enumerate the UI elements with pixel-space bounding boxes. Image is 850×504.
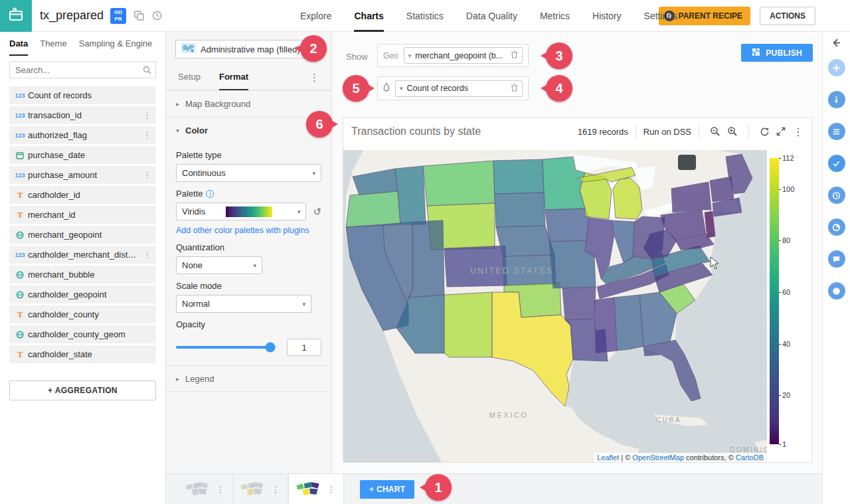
state-OR[interactable] — [346, 191, 400, 227]
reset-palette-icon[interactable]: ↺ — [313, 206, 321, 218]
tab-history[interactable]: History — [592, 0, 622, 32]
choropleth-map[interactable]: UNITED STATESMEXICOCUBADOMINICAN Leaflet… — [343, 150, 767, 462]
tab-charts[interactable]: Charts — [354, 0, 383, 32]
actions-button[interactable]: ACTIONS — [760, 7, 815, 25]
column-menu-icon[interactable]: ⋮ — [141, 170, 153, 180]
column-menu-icon[interactable]: ⋮ — [141, 110, 153, 120]
trash-icon[interactable] — [511, 84, 518, 94]
state-SD[interactable] — [495, 193, 545, 227]
checks-rail-icon[interactable] — [828, 155, 845, 172]
run-on-dss-button[interactable]: Run on DSS — [643, 127, 691, 137]
details-rail-icon[interactable] — [828, 123, 845, 140]
charts-rail-icon[interactable] — [828, 218, 845, 236]
callout-badge-2: 2 — [300, 35, 327, 62]
state-NM[interactable] — [444, 292, 492, 357]
thumbnail-menu-icon[interactable]: ⋮ — [269, 484, 282, 495]
section-map-background[interactable]: ▸ Map Background — [166, 90, 331, 117]
panel-tab-sampling-engine[interactable]: Sampling & Engine — [79, 32, 153, 56]
osm-link[interactable]: OpenStreetMap — [632, 454, 684, 462]
column-item[interactable]: 123Count of records — [9, 86, 156, 104]
plugins-rail-icon[interactable] — [828, 282, 845, 299]
format-tab-setup[interactable]: Setup — [178, 65, 201, 90]
chart-thumbnail-1[interactable]: ⋮ — [178, 474, 233, 504]
info-rail-icon[interactable] — [828, 91, 845, 108]
fullscreen-icon[interactable] — [776, 127, 786, 136]
color-measure-dropdown[interactable]: ▾ Count of records — [395, 80, 523, 97]
state-IA[interactable] — [545, 209, 589, 242]
history-clock-icon[interactable] — [152, 11, 162, 21]
column-item[interactable]: Tcardholder_id — [9, 186, 156, 204]
refresh-icon[interactable] — [760, 127, 770, 137]
column-item[interactable]: Tcardholder_county — [9, 305, 156, 323]
palette-plugins-link[interactable]: Add other color palettes with plugins — [176, 226, 309, 235]
quantization-select[interactable]: None ▾ — [176, 256, 262, 274]
section-legend[interactable]: ▸ Legend — [166, 365, 331, 392]
palette-select[interactable]: Viridis ▾ — [176, 203, 306, 220]
column-item[interactable]: Tmerchant_id — [9, 206, 156, 224]
column-menu-icon[interactable]: ⋮ — [141, 130, 153, 140]
trash-icon[interactable] — [511, 50, 518, 60]
history-rail-icon[interactable] — [828, 187, 845, 204]
chart-menu-icon[interactable]: ⋮ — [793, 126, 804, 138]
column-item[interactable]: merchant_bubble — [9, 266, 156, 284]
state-ND[interactable] — [493, 159, 544, 194]
format-panel-tabs: SetupFormat⋮ — [166, 65, 331, 90]
opacity-slider[interactable] — [176, 346, 276, 349]
map-overlay-control[interactable] — [678, 155, 696, 170]
column-item[interactable]: 123cardholder_merchant_distanc...⋮ — [9, 246, 156, 264]
tab-statistics[interactable]: Statistics — [406, 0, 444, 32]
gdpr-badge[interactable]: GD PR — [110, 8, 126, 24]
aggregation-button[interactable]: + AGGREGATION — [9, 380, 156, 400]
column-item[interactable]: 123authorized_flag⋮ — [9, 126, 156, 144]
opacity-value-input[interactable] — [287, 339, 321, 356]
tab-metrics[interactable]: Metrics — [540, 0, 570, 32]
search-input[interactable] — [9, 61, 156, 78]
chart-card-header: Transaction counts by state 1619 records… — [343, 118, 811, 145]
discussions-rail-icon[interactable] — [828, 250, 845, 268]
state-AR[interactable] — [562, 287, 596, 320]
tab-data-quality[interactable]: Data Quality — [466, 0, 517, 32]
zoom-in-icon[interactable] — [727, 126, 738, 137]
state-UT[interactable] — [408, 220, 444, 297]
tab-explore[interactable]: Explore — [300, 0, 331, 32]
column-menu-icon[interactable]: ⋮ — [141, 250, 153, 260]
panel-tab-theme[interactable]: Theme — [40, 32, 66, 56]
state-ID[interactable] — [395, 166, 426, 224]
carto-link[interactable]: CartoDB — [736, 454, 764, 462]
chart-thumbnail-2[interactable]: ⋮ — [233, 474, 288, 504]
column-item[interactable]: merchant_geopoint — [9, 226, 156, 244]
zoom-out-icon[interactable] — [710, 126, 721, 137]
column-item[interactable]: cardholder_county_geom — [9, 325, 156, 343]
opacity-slider-thumb[interactable] — [265, 343, 275, 353]
column-item[interactable]: purchase_date — [9, 146, 156, 164]
column-item[interactable]: 123purchase_amount⋮ — [9, 166, 156, 184]
thumbnail-menu-icon[interactable]: ⋮ — [325, 484, 338, 495]
add-rail-icon[interactable] — [828, 59, 845, 76]
panel-tab-data[interactable]: Data — [9, 32, 28, 56]
dataset-logo[interactable] — [0, 0, 32, 32]
format-panel-menu-icon[interactable]: ⋮ — [309, 72, 319, 84]
add-chart-button[interactable]: + CHART — [360, 480, 414, 499]
top-bar: tx_prepared GD PR ExploreChartsStatistic… — [0, 0, 850, 32]
legend-tick-label: 60 — [782, 288, 790, 296]
state-NE[interactable] — [496, 226, 554, 256]
chart-thumbnail-3[interactable]: ⋮ — [288, 474, 344, 504]
format-tab-format[interactable]: Format — [219, 65, 248, 90]
numeric-type-icon: 123 — [12, 92, 28, 99]
state-MT[interactable] — [423, 161, 495, 206]
column-item[interactable]: cardholder_geopoint — [9, 286, 156, 303]
thumbnail-menu-icon[interactable]: ⋮ — [214, 484, 227, 495]
state-MS[interactable] — [594, 297, 617, 353]
collapse-panel-arrow-icon[interactable] — [831, 37, 842, 48]
column-item[interactable]: Tcardholder_state — [9, 345, 156, 363]
leaflet-link[interactable]: Leaflet — [597, 454, 619, 462]
columns-icon[interactable] — [134, 11, 144, 21]
geo-column-dropdown[interactable]: ▾ merchant_geopoint (b... — [404, 47, 523, 64]
tab-settings[interactable]: Settings — [644, 0, 678, 32]
scale-mode-select[interactable]: Normal ▾ — [176, 295, 311, 313]
palette-type-select[interactable]: Continuous ▾ — [176, 164, 321, 182]
state-AL[interactable] — [614, 295, 643, 351]
column-item[interactable]: 123transaction_id⋮ — [9, 106, 156, 124]
info-icon[interactable]: i — [206, 190, 214, 198]
publish-button[interactable]: PUBLISH — [741, 44, 813, 62]
